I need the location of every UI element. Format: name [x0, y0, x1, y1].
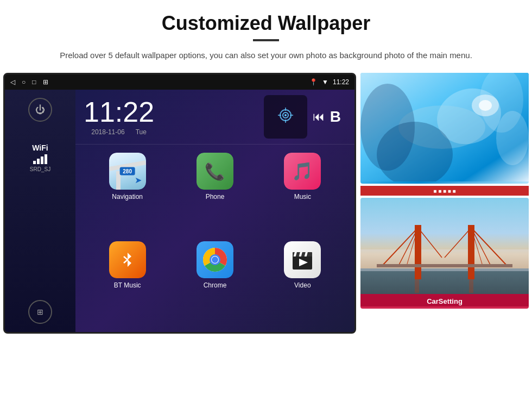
apps-grid: 280 ➤ Navigation 📞 Phone — [75, 145, 354, 332]
clock-area: 11:22 2018-11-06 Tue — [75, 90, 354, 145]
wifi-icon: ▼ — [322, 78, 328, 86]
wifi-label: WiFi — [30, 143, 50, 152]
svg-point-10 — [212, 256, 218, 263]
strip-text: ■ ■ ■ ■ ■ — [433, 188, 455, 194]
wallpaper-ice[interactable] — [360, 73, 529, 184]
carsetting-text: CarSetting — [427, 297, 463, 305]
recents-icon[interactable]: □ — [32, 78, 36, 86]
wifi-ssid: SRD_SJ — [30, 166, 50, 172]
main-content: ◁ ○ □ ⊞ 📍 ▼ 11:22 ⏻ WiFi — [0, 67, 532, 334]
wifi-bar-1 — [33, 161, 36, 164]
date-value: 2018-11-06 — [91, 128, 124, 136]
wifi-media-icon — [276, 105, 295, 129]
svg-point-25 — [360, 84, 415, 171]
svg-rect-39 — [377, 264, 512, 267]
prev-track-button[interactable]: ⏮ — [313, 110, 325, 124]
app-phone[interactable]: 📞 Phone — [174, 153, 256, 236]
nav-arrow: ➤ — [135, 175, 142, 185]
svg-point-21 — [496, 111, 529, 165]
nav-shield: 280 — [119, 167, 135, 176]
wallpaper-bridge[interactable]: CarSetting — [360, 198, 529, 309]
home-icon[interactable]: ○ — [22, 78, 26, 86]
chrome-icon-inner — [197, 241, 233, 278]
title-divider — [253, 39, 279, 41]
carsetting-label: CarSetting — [360, 294, 529, 309]
ice-wallpaper-svg — [360, 73, 529, 181]
music-icon-inner: 🎵 — [284, 153, 321, 190]
clock-display: 11:22 2018-11-06 Tue — [84, 98, 154, 136]
status-nav-icons: ◁ ○ □ ⊞ — [10, 78, 48, 86]
page-wrapper: Customized Wallpaper Preload over 5 defa… — [0, 0, 532, 334]
wifi-bar-3 — [41, 156, 43, 164]
apps-grid-button[interactable]: ⊞ — [28, 300, 52, 324]
nav-app-label: Navigation — [112, 193, 143, 201]
svg-point-23 — [479, 100, 492, 111]
svg-rect-40 — [415, 271, 419, 293]
bt-app-label: BT Music — [114, 281, 141, 289]
wallpapers-panel: ■ ■ ■ ■ ■ — [360, 73, 529, 309]
day-value: Tue — [136, 128, 147, 136]
phone-app-label: Phone — [206, 193, 225, 201]
wifi-bars — [30, 154, 50, 164]
status-time: 11:22 — [333, 78, 349, 86]
letter-b-label: B — [330, 108, 341, 126]
sidebar: ⏻ WiFi SRD_SJ ⊞ — [5, 90, 75, 332]
chrome-svg — [202, 247, 227, 272]
device-mockup: ◁ ○ □ ⊞ 📍 ▼ 11:22 ⏻ WiFi — [3, 73, 356, 334]
video-app-label: Video — [294, 281, 311, 289]
chrome-circle-wrap — [200, 245, 230, 274]
nav-app-icon: 280 ➤ — [109, 153, 146, 190]
bt-app-icon — [109, 241, 146, 278]
app-music[interactable]: 🎵 Music — [262, 153, 344, 236]
bt-icon-inner — [109, 241, 146, 278]
status-right-icons: 📍 ▼ 11:22 — [309, 78, 349, 86]
clock-time: 11:22 — [84, 98, 154, 126]
nav-map-bg: 280 ➤ — [109, 153, 146, 190]
carsetting-strip-top: ■ ■ ■ ■ ■ — [360, 186, 529, 196]
center-content: 11:22 2018-11-06 Tue — [75, 90, 354, 332]
bridge-wallpaper-svg — [360, 198, 529, 306]
wifi-bar-4 — [45, 154, 47, 164]
chrome-app-icon — [197, 241, 233, 278]
app-navigation[interactable]: 280 ➤ Navigation — [86, 153, 168, 236]
clock-date: 2018-11-06 Tue — [84, 128, 154, 136]
chrome-app-label: Chrome — [204, 281, 227, 289]
app-bt-music[interactable]: BT Music — [86, 241, 168, 324]
svg-rect-41 — [469, 271, 473, 293]
wifi-bar-2 — [37, 159, 40, 164]
video-app-icon — [284, 241, 321, 278]
screenshot-icon[interactable]: ⊞ — [43, 78, 48, 86]
back-icon[interactable]: ◁ — [10, 78, 15, 86]
music-app-label: Music — [294, 193, 311, 201]
power-button[interactable]: ⏻ — [28, 98, 52, 122]
video-clapper-svg — [290, 248, 314, 272]
media-widget[interactable] — [264, 95, 307, 139]
app-video[interactable]: Video — [262, 241, 344, 324]
page-header: Customized Wallpaper Preload over 5 defa… — [0, 0, 532, 67]
location-icon: 📍 — [309, 78, 318, 86]
media-controls: ⏮ B — [165, 95, 346, 139]
page-title: Customized Wallpaper — [33, 12, 499, 35]
status-bar: ◁ ○ □ ⊞ 📍 ▼ 11:22 — [5, 74, 354, 90]
app-chrome[interactable]: Chrome — [174, 241, 256, 324]
svg-rect-28 — [360, 249, 529, 271]
screen-body: ⏻ WiFi SRD_SJ ⊞ — [5, 90, 354, 332]
phone-icon-inner: 📞 — [197, 153, 233, 190]
video-icon-inner — [284, 241, 321, 278]
svg-point-2 — [284, 114, 287, 116]
wifi-info: WiFi SRD_SJ — [30, 143, 50, 172]
phone-app-icon: 📞 — [197, 153, 233, 190]
page-subtitle: Preload over 5 default wallpaper options… — [33, 49, 499, 62]
music-app-icon: 🎵 — [284, 153, 321, 190]
